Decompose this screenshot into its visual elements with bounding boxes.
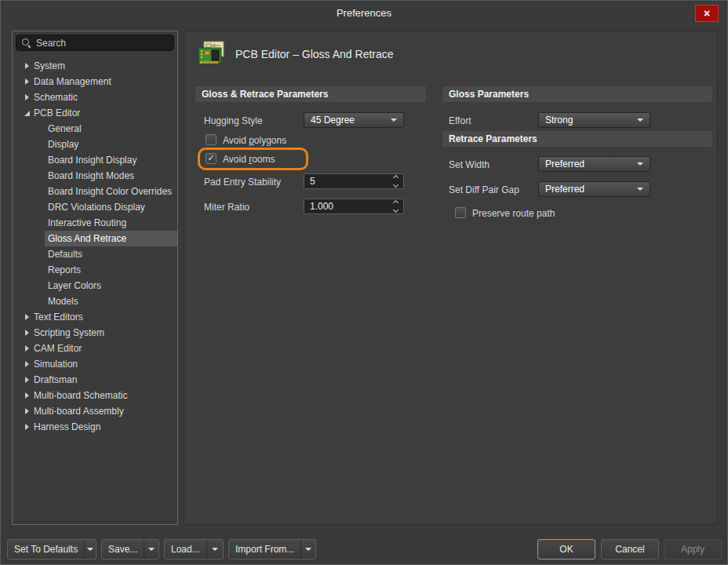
sidebar-item-defaults[interactable]: Defaults bbox=[45, 246, 177, 262]
chevron-down-icon bbox=[637, 118, 643, 122]
tree-expander[interactable] bbox=[21, 345, 32, 352]
set-to-defaults-menu-arrow[interactable] bbox=[84, 540, 96, 559]
save-button[interactable]: Save... bbox=[101, 539, 159, 560]
chevron-down-icon bbox=[212, 548, 218, 551]
sidebar-item-multi-board-assembly[interactable]: Multi-board Assembly bbox=[13, 403, 177, 419]
sidebar-item-interactive-routing[interactable]: Interactive Routing bbox=[45, 215, 177, 231]
miter-ratio-input[interactable]: 1.000 bbox=[304, 199, 404, 214]
chevron-down-icon bbox=[87, 548, 93, 551]
avoid-polygons-checkbox[interactable]: ✓ bbox=[206, 134, 217, 145]
avoid-polygons-label: Avoid polygons bbox=[223, 135, 286, 146]
triangle-right-icon bbox=[25, 330, 29, 336]
chevron-down-icon bbox=[637, 162, 643, 166]
triangle-right-icon bbox=[25, 408, 29, 414]
sidebar-item-simulation[interactable]: Simulation bbox=[13, 356, 177, 372]
hugging-style-label: Hugging Style bbox=[204, 115, 263, 126]
titlebar: Preferences × bbox=[1, 1, 727, 26]
effort-value: Strong bbox=[545, 115, 573, 126]
sidebar-item-label: Gloss And Retrace bbox=[46, 233, 126, 244]
spinner-buttons[interactable] bbox=[389, 176, 402, 187]
set-width-dropdown[interactable]: Preferred bbox=[538, 156, 650, 172]
sidebar-item-label: General bbox=[46, 123, 82, 134]
close-button[interactable]: × bbox=[695, 5, 719, 22]
sidebar-item-layer-colors[interactable]: Layer Colors bbox=[45, 278, 177, 293]
tree-expander[interactable] bbox=[21, 314, 32, 320]
sidebar-item-text-editors[interactable]: Text Editors bbox=[13, 309, 177, 325]
tree-expander[interactable] bbox=[21, 408, 32, 414]
effort-label: Effort bbox=[449, 115, 471, 126]
tree-expander[interactable] bbox=[21, 111, 32, 116]
search-input[interactable]: Search bbox=[16, 35, 174, 51]
sidebar-item-label: Text Editors bbox=[32, 312, 83, 323]
tree-expander[interactable] bbox=[21, 361, 32, 367]
avoid-rooms-checkbox[interactable]: ✓ bbox=[206, 153, 217, 164]
sidebar-item-label: Board Insight Display bbox=[46, 155, 136, 166]
sidebar-item-draftsman[interactable]: Draftsman bbox=[13, 372, 177, 388]
tree-expander[interactable] bbox=[21, 392, 32, 399]
tree-expander[interactable] bbox=[21, 63, 32, 69]
spinner-buttons[interactable] bbox=[389, 201, 402, 212]
sidebar-item-label: Schematic bbox=[32, 92, 78, 103]
set-to-defaults-button[interactable]: Set To Defaults bbox=[7, 539, 96, 560]
triangle-right-icon bbox=[25, 424, 29, 430]
sidebar-item-label: PCB Editor bbox=[32, 108, 80, 118]
sidebar-item-reports[interactable]: Reports bbox=[45, 262, 177, 278]
chevron-down-icon bbox=[305, 548, 311, 551]
dialog-title: Preferences bbox=[1, 1, 727, 26]
sidebar-item-pcb-editor[interactable]: PCB Editor bbox=[13, 105, 177, 121]
sidebar-item-label: Reports bbox=[46, 264, 81, 275]
tree-expander[interactable] bbox=[21, 424, 32, 430]
section-retrace-parameters: Retrace Parameters bbox=[442, 131, 712, 147]
ok-button[interactable]: OK bbox=[537, 539, 595, 560]
sidebar-item-label: Scripting System bbox=[32, 327, 104, 338]
set-diff-pair-gap-dropdown[interactable]: Preferred bbox=[538, 181, 650, 197]
sidebar-item-label: System bbox=[32, 60, 65, 71]
load-menu-arrow[interactable] bbox=[206, 540, 223, 559]
tree-expander[interactable] bbox=[21, 330, 32, 336]
sidebar-item-board-insight-modes[interactable]: Board Insight Modes bbox=[45, 168, 177, 184]
apply-button[interactable]: Apply bbox=[664, 539, 722, 560]
sidebar-item-multi-board-schematic[interactable]: Multi-board Schematic bbox=[13, 388, 177, 403]
load-button[interactable]: Load... bbox=[164, 539, 224, 560]
sidebar-item-cam-editor[interactable]: CAM Editor bbox=[13, 341, 177, 356]
sidebar-item-scripting-system[interactable]: Scripting System bbox=[13, 325, 177, 341]
hugging-style-dropdown[interactable]: 45 Degree bbox=[304, 112, 404, 128]
preserve-route-path-checkbox[interactable]: ✓ bbox=[455, 207, 466, 218]
sidebar-item-label: Multi-board Schematic bbox=[32, 390, 127, 401]
checkmark-icon: ✓ bbox=[207, 154, 214, 162]
cancel-button[interactable]: Cancel bbox=[601, 539, 659, 560]
chevron-down-icon bbox=[148, 548, 155, 551]
chevron-down-icon bbox=[392, 182, 398, 188]
avoid-rooms-label: Avoid rooms bbox=[223, 154, 275, 165]
set-width-label: Set Width bbox=[449, 159, 490, 170]
sidebar-item-data-management[interactable]: Data Management bbox=[13, 74, 177, 89]
tree-expander[interactable] bbox=[21, 78, 32, 85]
pad-entry-stability-label: Pad Entry Stability bbox=[204, 177, 281, 188]
sidebar-item-harness-design[interactable]: Harness Design bbox=[13, 419, 177, 435]
import-from-menu-arrow[interactable] bbox=[300, 540, 315, 559]
import-from-button[interactable]: Import From... bbox=[228, 539, 316, 560]
sidebar-item-board-insight-color-overrides[interactable]: Board Insight Color Overrides bbox=[45, 184, 177, 199]
sidebar-item-gloss-and-retrace[interactable]: Gloss And Retrace bbox=[45, 231, 177, 246]
sidebar-item-label: Defaults bbox=[46, 249, 82, 260]
main-panel: PCB Editor – Gloss And Retrace Gloss & R… bbox=[184, 31, 718, 525]
sidebar-item-display[interactable]: Display bbox=[45, 137, 177, 152]
tree-expander[interactable] bbox=[21, 94, 32, 100]
chevron-up-icon bbox=[392, 200, 398, 206]
pad-entry-stability-input[interactable]: 5 bbox=[304, 173, 404, 189]
sidebar-item-models[interactable]: Models bbox=[45, 293, 177, 309]
tree-expander[interactable] bbox=[21, 377, 32, 383]
sidebar-item-general[interactable]: General bbox=[45, 121, 177, 137]
save-menu-arrow[interactable] bbox=[144, 540, 158, 559]
triangle-right-icon bbox=[25, 314, 29, 320]
triangle-right-icon bbox=[25, 361, 29, 367]
sidebar-item-system[interactable]: System bbox=[13, 58, 177, 74]
sidebar-item-board-insight-display[interactable]: Board Insight Display bbox=[45, 152, 177, 168]
preserve-route-path-label: Preserve route path bbox=[472, 208, 555, 219]
effort-dropdown[interactable]: Strong bbox=[538, 112, 650, 128]
set-diff-pair-gap-label: Set Diff Pair Gap bbox=[449, 184, 519, 195]
search-placeholder: Search bbox=[36, 38, 66, 49]
sidebar-item-schematic[interactable]: Schematic bbox=[13, 89, 177, 105]
triangle-right-icon bbox=[25, 78, 29, 85]
sidebar-item-drc-violations-display[interactable]: DRC Violations Display bbox=[45, 199, 177, 215]
